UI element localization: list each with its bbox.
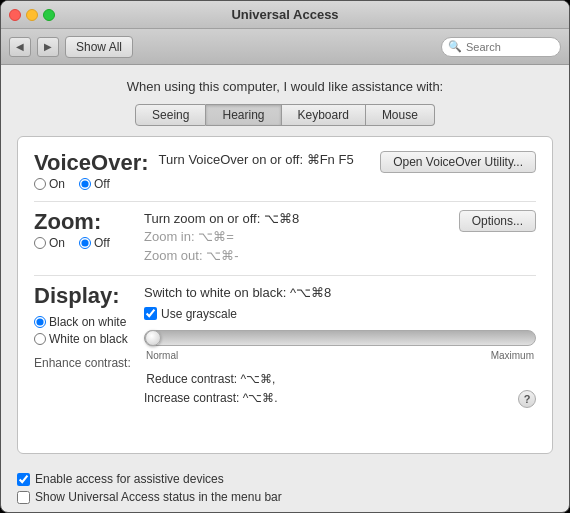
voiceover-section: VoiceOver: On Off Turn Voic <box>34 151 536 202</box>
zoom-left: Zoom: On Off <box>34 210 134 250</box>
voiceover-title: VoiceOver: <box>34 151 149 175</box>
traffic-lights <box>9 9 55 21</box>
titlebar: Universal Access <box>1 1 569 29</box>
search-icon: 🔍 <box>448 40 462 53</box>
prompt-text: When using this computer, I would like a… <box>17 79 553 94</box>
content: When using this computer, I would like a… <box>1 65 569 464</box>
tab-hearing[interactable]: Hearing <box>206 104 281 126</box>
display-top-row: Switch to white on black: ^⌥⌘8 <box>144 284 536 302</box>
grayscale-checkbox-label[interactable]: Use grayscale <box>144 307 536 321</box>
voiceover-off-label[interactable]: Off <box>79 177 110 191</box>
open-voiceover-utility-button[interactable]: Open VoiceOver Utility... <box>380 151 536 173</box>
voiceover-on-radio[interactable] <box>34 178 46 190</box>
tab-seeing[interactable]: Seeing <box>135 104 206 126</box>
tab-mouse[interactable]: Mouse <box>366 104 435 126</box>
zoom-on-text: On <box>49 236 65 250</box>
display-black-on-white-label[interactable]: Black on white <box>34 315 134 329</box>
zoom-desc-block: Turn zoom on or off: ⌥⌘8 Zoom in: ⌥⌘= Zo… <box>144 210 459 265</box>
zoom-section: Zoom: On Off <box>34 210 536 276</box>
zoom-title: Zoom: <box>34 210 134 234</box>
voiceover-left: VoiceOver: On Off <box>34 151 149 191</box>
zoom-out-text: Zoom out: ⌥⌘- <box>144 247 459 265</box>
zoom-top-row: Turn zoom on or off: ⌥⌘8 Zoom in: ⌥⌘= Zo… <box>144 210 536 265</box>
bottom-checks: Enable access for assistive devices Show… <box>1 464 569 512</box>
zoom-off-label[interactable]: Off <box>79 236 110 250</box>
voiceover-right: Turn VoiceOver on or off: ⌘Fn F5 Open Vo… <box>159 151 536 173</box>
reduce-contrast-text: Reduce contrast: ^⌥⌘, <box>144 370 278 389</box>
back-button[interactable]: ◀ <box>9 37 31 57</box>
zoom-off-radio[interactable] <box>79 237 91 249</box>
zoom-on-radio[interactable] <box>34 237 46 249</box>
voiceover-off-radio[interactable] <box>79 178 91 190</box>
voiceover-description: Turn VoiceOver on or off: ⌘Fn F5 <box>159 151 354 169</box>
zoom-radio-group: On Off <box>34 236 134 250</box>
enable-assistive-text: Enable access for assistive devices <box>35 472 224 486</box>
tab-keyboard[interactable]: Keyboard <box>282 104 366 126</box>
enable-assistive-label[interactable]: Enable access for assistive devices <box>17 472 553 486</box>
display-title: Display: <box>34 284 134 308</box>
display-black-on-white-text: Black on white <box>49 315 126 329</box>
search-box: 🔍 <box>441 37 561 57</box>
contrast-label-row: Enhance contrast: <box>34 355 134 370</box>
window: Universal Access ◀ ▶ Show All 🔍 When usi… <box>0 0 570 513</box>
contrast-label: Enhance contrast: <box>34 356 131 370</box>
zoom-description: Turn zoom on or off: ⌥⌘8 <box>144 210 459 228</box>
voiceover-on-label[interactable]: On <box>34 177 65 191</box>
contrast-shortcuts-row: Reduce contrast: ^⌥⌘, Increase contrast:… <box>144 370 536 408</box>
display-white-on-black-text: White on black <box>49 332 128 346</box>
voiceover-radio-group: On Off <box>34 177 149 191</box>
voiceover-top-row: Turn VoiceOver on or off: ⌘Fn F5 Open Vo… <box>159 151 536 173</box>
toolbar: ◀ ▶ Show All 🔍 <box>1 29 569 65</box>
minimize-button[interactable] <box>26 9 38 21</box>
close-button[interactable] <box>9 9 21 21</box>
maximize-button[interactable] <box>43 9 55 21</box>
display-black-on-white-radio[interactable] <box>34 316 46 328</box>
zoom-off-text: Off <box>94 236 110 250</box>
enable-assistive-checkbox[interactable] <box>17 473 30 486</box>
show-menu-bar-label[interactable]: Show Universal Access status in the menu… <box>17 490 553 504</box>
zoom-in-text: Zoom in: ⌥⌘= <box>144 228 459 246</box>
display-white-on-black-label[interactable]: White on black <box>34 332 134 346</box>
show-menu-bar-checkbox[interactable] <box>17 491 30 504</box>
display-white-on-black-radio[interactable] <box>34 333 46 345</box>
display-description: Switch to white on black: ^⌥⌘8 <box>144 284 331 302</box>
grayscale-checkbox[interactable] <box>144 307 157 320</box>
panel: VoiceOver: On Off Turn Voic <box>17 136 553 454</box>
show-all-button[interactable]: Show All <box>65 36 133 58</box>
window-title: Universal Access <box>231 7 338 22</box>
search-input[interactable] <box>466 41 554 53</box>
show-menu-bar-text: Show Universal Access status in the menu… <box>35 490 282 504</box>
tab-bar: Seeing Hearing Keyboard Mouse <box>17 104 553 126</box>
forward-button[interactable]: ▶ <box>37 37 59 57</box>
slider-area: Normal Maximum <box>144 330 536 361</box>
display-section: Display: Black on white White on black E… <box>34 284 536 439</box>
zoom-right: Turn zoom on or off: ⌥⌘8 Zoom in: ⌥⌘= Zo… <box>144 210 536 265</box>
help-icon-button[interactable]: ? <box>518 390 536 408</box>
slider-labels: Normal Maximum <box>144 350 536 361</box>
contrast-slider[interactable] <box>144 330 536 346</box>
slider-normal-label: Normal <box>146 350 178 361</box>
slider-maximum-label: Maximum <box>491 350 534 361</box>
voiceover-on-text: On <box>49 177 65 191</box>
increase-contrast-text: Increase contrast: ^⌥⌘. <box>144 389 278 408</box>
voiceover-off-text: Off <box>94 177 110 191</box>
contrast-shortcuts: Reduce contrast: ^⌥⌘, Increase contrast:… <box>144 370 278 408</box>
zoom-options-button[interactable]: Options... <box>459 210 536 232</box>
display-right: Switch to white on black: ^⌥⌘8 Use grays… <box>144 284 536 409</box>
display-left: Display: Black on white White on black E… <box>34 284 134 370</box>
grayscale-text: Use grayscale <box>161 307 237 321</box>
zoom-on-label[interactable]: On <box>34 236 65 250</box>
